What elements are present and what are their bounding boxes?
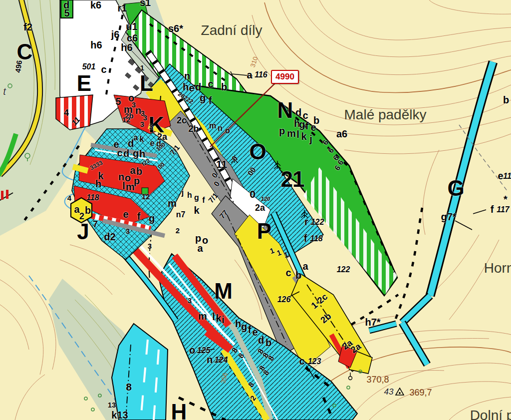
map-label: h xyxy=(187,191,192,199)
map-label: d xyxy=(195,82,201,92)
map-label: j xyxy=(182,189,184,197)
map-label: n7 xyxy=(176,211,186,219)
map-label: 3 xyxy=(132,101,136,108)
map-label: g xyxy=(194,194,199,202)
map-label: h7* xyxy=(365,317,380,327)
map-label: b xyxy=(221,82,227,92)
map-label: 496 xyxy=(14,60,23,73)
map-label: 6 xyxy=(326,146,335,154)
map-label: 2b xyxy=(188,124,199,133)
map-label: i xyxy=(222,315,225,325)
map-label: g xyxy=(133,148,139,158)
map-label: 13 xyxy=(108,401,116,409)
map-label: m xyxy=(209,122,216,130)
map-label: k xyxy=(301,131,306,141)
parcel-callout: 4990 xyxy=(271,70,299,84)
map-label: 118 xyxy=(310,235,323,243)
map-label: 3 xyxy=(126,227,130,235)
map-label: 122 xyxy=(337,266,350,274)
map-label: 2 xyxy=(249,394,257,402)
map-label: f2 xyxy=(23,22,32,32)
map-label: p xyxy=(195,233,201,243)
map-label: l xyxy=(296,129,299,139)
map-label: 3 xyxy=(188,297,192,304)
map-label: 369,7 xyxy=(409,388,432,397)
map-label: 124 xyxy=(215,356,228,364)
map-label: m xyxy=(126,182,135,192)
map-label: H xyxy=(171,401,187,420)
map-label: l xyxy=(122,181,125,191)
map-label: b xyxy=(503,95,509,105)
map-label: e xyxy=(150,139,155,147)
map-label: 11 xyxy=(216,159,227,169)
map-label: N xyxy=(277,99,293,121)
map-label: h6 xyxy=(90,40,102,50)
map-label: d2 xyxy=(104,232,115,242)
map-label: d xyxy=(123,148,129,158)
map-label: 7/1 xyxy=(169,143,181,156)
map-label: 8 xyxy=(261,369,270,376)
map-label: h xyxy=(235,319,241,329)
map-label: 4 xyxy=(64,108,69,117)
map-label: e xyxy=(252,327,257,337)
map-label: r1 xyxy=(118,3,127,13)
map-label: e xyxy=(123,209,128,219)
map-label: k xyxy=(216,313,221,323)
map-label: c xyxy=(117,148,122,158)
map-label: 118 xyxy=(86,194,99,202)
map-label: 2b xyxy=(319,311,333,325)
map-label: 0 xyxy=(212,180,221,187)
map-label: 00 xyxy=(246,166,257,177)
map-label: n xyxy=(184,71,190,81)
map-label: s6* xyxy=(168,23,183,33)
map-label: e xyxy=(189,83,194,93)
map-label: p xyxy=(279,126,285,136)
map-label: a6 xyxy=(336,129,347,139)
map-label: 356 xyxy=(220,372,228,384)
map-label: Malé padělky xyxy=(344,108,427,122)
map-label: u1 xyxy=(126,21,137,31)
map-label: 3 xyxy=(148,242,152,250)
map-label: b xyxy=(295,270,301,280)
map-label: b xyxy=(265,338,271,348)
map-label: 126 xyxy=(277,296,291,304)
map-label: 7/1 xyxy=(207,191,220,204)
map-label: h6 xyxy=(121,42,132,52)
map-label: f xyxy=(304,233,307,243)
map-label: d xyxy=(295,107,301,117)
map-label: g xyxy=(299,119,305,129)
map-label: a xyxy=(74,204,79,214)
map-label: a xyxy=(247,70,252,80)
map-label: M xyxy=(214,280,232,302)
map-label: g7* xyxy=(441,212,456,222)
map-label: f xyxy=(137,211,141,221)
map-label: h xyxy=(95,179,101,189)
map-label: b xyxy=(136,166,142,176)
map-label: 501 xyxy=(82,63,96,71)
map-label: 0 xyxy=(230,154,239,162)
map-label: f xyxy=(248,325,252,335)
map-label: 117 xyxy=(497,206,510,214)
map-label: 3 xyxy=(149,123,153,130)
map-label: 120 xyxy=(261,196,270,202)
map-label: 11 xyxy=(70,115,82,127)
map-label: Zadní díly xyxy=(201,23,262,37)
map-label: E xyxy=(77,72,91,94)
parcel-callout-value: 4990 xyxy=(275,72,294,82)
map-label: P xyxy=(257,220,271,242)
map-label: f xyxy=(202,196,205,204)
map-label: f xyxy=(209,95,212,105)
map-label: k xyxy=(194,205,199,215)
map-label: l xyxy=(212,312,215,322)
map-label: 117 xyxy=(503,172,511,180)
map-label: 0 xyxy=(210,171,219,179)
map-label: 12 xyxy=(142,193,150,200)
map-label: g xyxy=(241,322,247,332)
map-label: 0 xyxy=(250,189,256,199)
map-label: c6 xyxy=(127,33,138,43)
map-label: d xyxy=(128,138,134,148)
map-label: 125 xyxy=(197,347,211,355)
map-label: 1 xyxy=(276,249,282,257)
map-label: 2c xyxy=(177,116,187,125)
map-canvas[interactable]: CELKNO21PGJMHZadní dílyMalé padělkyHorní… xyxy=(0,0,511,420)
